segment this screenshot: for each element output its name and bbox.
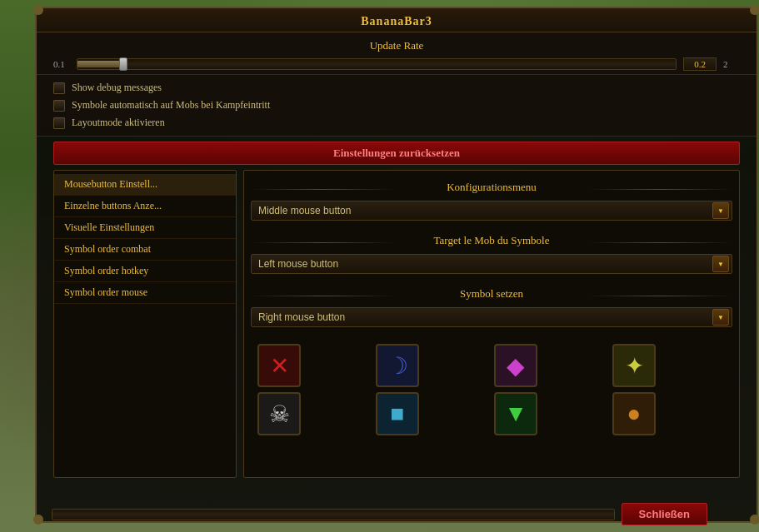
circle-icon[interactable]: ● — [612, 392, 656, 435]
symbol-setzen-dropdown[interactable]: Right mouse button Left mouse button Mid… — [251, 307, 732, 327]
target-dropdown-row: Left mouse button Middle mouse button Ri… — [251, 254, 732, 274]
left-nav: Mousebutton Einstell... Einzelne buttons… — [53, 170, 237, 478]
konfiguration-dropdown[interactable]: Middle mouse button Left mouse button Ri… — [251, 201, 732, 221]
debug-messages-checkbox[interactable] — [53, 82, 65, 94]
konfiguration-title: Konfigurationsmenu — [251, 177, 732, 201]
main-panel: BananaBar3 Update Rate 0.1 0.2 2 Show de… — [35, 7, 758, 523]
slider-track[interactable] — [77, 58, 677, 70]
update-rate-label: Update Rate — [53, 39, 740, 52]
diamond-icon[interactable]: ◆ — [494, 344, 537, 387]
slider-min: 0.1 — [53, 59, 70, 69]
slider-container: 0.1 0.2 2 — [53, 57, 740, 71]
target-title: Target le Mob du Symbole — [251, 231, 732, 254]
debug-messages-row: Show debug messages — [53, 82, 740, 94]
slider-max: 2 — [723, 59, 740, 69]
content-area: Mousebutton Einstell... Einzelne buttons… — [53, 170, 740, 478]
nav-item-symbol-mouse[interactable]: Symbol order mouse — [54, 282, 236, 304]
konfiguration-dropdown-row: Middle mouse button Left mouse button Ri… — [251, 201, 732, 221]
symbol-setzen-title: Symbol setzen — [251, 284, 732, 307]
symbols-auto-row: Symbole automatisch auf Mobs bei Kampfei… — [53, 99, 740, 112]
symbols-auto-checkbox[interactable] — [53, 100, 65, 112]
slider-fill — [77, 61, 125, 67]
nav-item-einzelne[interactable]: Einzelne buttons Anze... — [54, 196, 236, 217]
target-dropdown[interactable]: Left mouse button Middle mouse button Ri… — [251, 254, 732, 274]
nav-item-mousebutton[interactable]: Mousebutton Einstell... — [54, 174, 236, 196]
symbols-grid: ✕ ☽ ◆ ✦ ☠ ■ ▼ ● — [251, 337, 732, 442]
slider-thumb[interactable] — [119, 57, 127, 71]
bottom-bar: Schließen — [35, 503, 724, 525]
debug-messages-label: Show debug messages — [72, 82, 162, 94]
options-section: Show debug messages Symbole automatisch … — [37, 75, 757, 137]
layout-mode-row: Layoutmode aktivieren — [53, 117, 740, 129]
layout-mode-label: Layoutmode aktivieren — [72, 117, 165, 129]
symbol-setzen-dropdown-row: Right mouse button Left mouse button Mid… — [251, 307, 732, 327]
right-panel: Konfigurationsmenu Middle mouse button L… — [243, 170, 740, 478]
red-x-icon[interactable]: ✕ — [257, 344, 301, 387]
target-dropdown-wrapper: Left mouse button Middle mouse button Ri… — [251, 254, 732, 274]
nav-item-visuelle[interactable]: Visuelle Einstellungen — [54, 217, 236, 239]
star-icon[interactable]: ✦ — [612, 344, 656, 387]
square-icon[interactable]: ■ — [376, 392, 419, 435]
bottom-slider[interactable] — [52, 509, 615, 520]
moon-icon[interactable]: ☽ — [376, 344, 419, 387]
konfiguration-dropdown-wrapper: Middle mouse button Left mouse button Ri… — [251, 201, 732, 221]
symbols-auto-label: Symbole automatisch auf Mobs bei Kampfei… — [72, 99, 270, 112]
triangle-icon[interactable]: ▼ — [494, 392, 537, 435]
nav-item-symbol-combat[interactable]: Symbol order combat — [54, 239, 236, 261]
layout-mode-checkbox[interactable] — [53, 117, 65, 129]
nav-item-symbol-hotkey[interactable]: Symbol order hotkey — [54, 261, 236, 282]
symbol-setzen-dropdown-wrapper: Right mouse button Left mouse button Mid… — [251, 307, 732, 327]
slider-value: 0.2 — [683, 57, 717, 71]
update-rate-section: Update Rate 0.1 0.2 2 — [37, 32, 757, 75]
reset-button[interactable]: Einstellungen zurücksetzen — [53, 142, 740, 165]
close-button[interactable]: Schließen — [622, 503, 707, 525]
title-bar: BananaBar3 — [37, 8, 757, 32]
skull-icon[interactable]: ☠ — [257, 392, 301, 435]
window-title: BananaBar3 — [361, 15, 432, 27]
